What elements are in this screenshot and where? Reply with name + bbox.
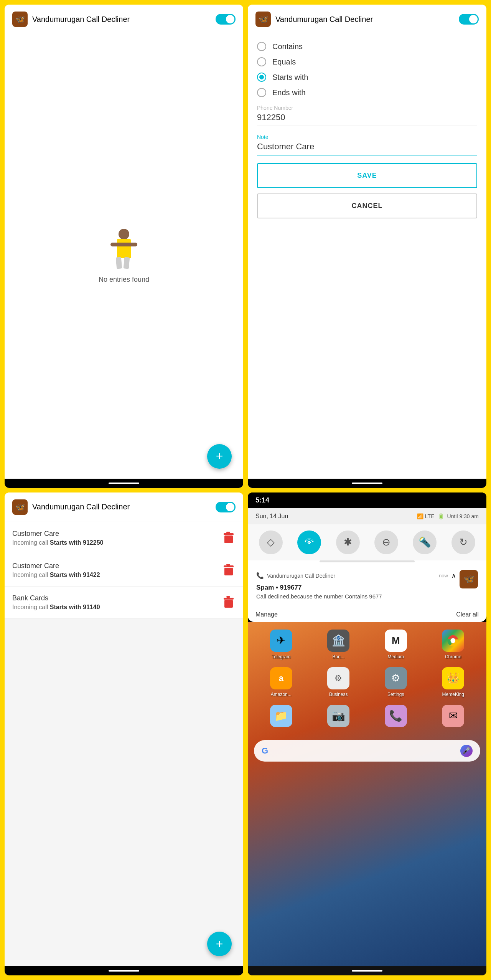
- until-text: Until 9:30 am: [447, 513, 479, 519]
- google-g-icon: G: [262, 746, 268, 756]
- qs-rotate[interactable]: ↻: [451, 530, 475, 554]
- lte-icon: 📶 LTE: [417, 513, 435, 519]
- note-label: Note: [257, 134, 477, 140]
- app-bank[interactable]: 🏦 Ban...: [311, 630, 366, 659]
- camera-icon: 📷: [327, 705, 349, 727]
- toggle-switch-2[interactable]: [459, 14, 479, 25]
- screen1-title: Vandumurugan Call Decliner: [32, 15, 216, 24]
- home-bar-4: [248, 966, 486, 975]
- screen3-header: 🦋 Vandumurugan Call Decliner: [5, 492, 243, 522]
- radio-circle-ends: [257, 88, 266, 97]
- homescreen: ✈ Telegram 🏦 Ban... M Medium Chrome a Am: [248, 622, 486, 967]
- qs-separator: [320, 560, 415, 562]
- save-button[interactable]: SAVE: [257, 163, 477, 188]
- notif-title: Spam • 919677: [256, 584, 460, 592]
- app-settings[interactable]: ⚙ Settings: [369, 667, 423, 697]
- delete-button-1[interactable]: [222, 563, 236, 577]
- memeking-label: MemeKing: [442, 692, 464, 697]
- notif-time: now: [439, 573, 448, 578]
- app-memeking[interactable]: 👑 MemeKing: [426, 667, 481, 697]
- svg-point-1: [451, 638, 455, 643]
- mail-icon: ✉: [442, 705, 464, 727]
- amazon-label: Amazon...: [271, 692, 292, 697]
- notif-manage-row: Manage Clear all: [248, 607, 486, 622]
- empty-figure: [105, 229, 143, 271]
- settings-label: Settings: [387, 692, 404, 697]
- home-bar-line-2: [352, 483, 382, 484]
- business-icon: ⚙: [327, 667, 349, 689]
- qs-wifi[interactable]: ◇: [259, 530, 283, 554]
- qs-dnd[interactable]: ⊖: [374, 530, 398, 554]
- screen2-header: 🦋 Vandumurugan Call Decliner: [248, 5, 486, 34]
- files-icon: 📁: [270, 705, 292, 727]
- manage-button[interactable]: Manage: [255, 611, 278, 618]
- cancel-button[interactable]: CANCEL: [257, 193, 477, 218]
- home-bar-2: [248, 479, 486, 488]
- phone-label: Phone Number: [257, 105, 477, 111]
- fab-add-button-1[interactable]: +: [207, 444, 232, 469]
- homescreen-apps-row3: 📁 📷 📞 ✉: [248, 705, 486, 737]
- notification-card: 📞 Vandumurugan Call Decliner now ∧ Spam …: [250, 565, 484, 605]
- toggle-switch-1[interactable]: [216, 14, 236, 25]
- phone-field-group: Phone Number 912250: [257, 105, 477, 126]
- app-mail[interactable]: ✉: [426, 705, 481, 729]
- qs-hotspot[interactable]: [297, 530, 321, 554]
- expand-notif-button[interactable]: ∧: [448, 570, 460, 582]
- notif-app-row: 📞 Vandumurugan Call Decliner now ∧: [256, 570, 460, 582]
- list-item-title-0: Customer Care: [12, 530, 222, 538]
- clear-all-button[interactable]: Clear all: [456, 611, 479, 618]
- phone-icon: 📞: [385, 705, 407, 727]
- radio-ends-with[interactable]: Ends with: [257, 88, 477, 97]
- screen3-list: 🦋 Vandumurugan Call Decliner Customer Ca…: [5, 492, 243, 976]
- radio-starts-with[interactable]: Starts with: [257, 73, 477, 82]
- voice-search-icon[interactable]: 🎤: [460, 745, 473, 757]
- quick-settings-panel: ◇ ✱ ⊖ 🔦 ↻: [248, 524, 486, 560]
- screen1-header: 🦋 Vandumurugan Call Decliner: [5, 5, 243, 34]
- phone-value[interactable]: 912250: [257, 112, 477, 126]
- app-phone[interactable]: 📞: [369, 705, 423, 729]
- app-telegram[interactable]: ✈ Telegram: [254, 630, 308, 659]
- radio-label-ends: Ends with: [272, 88, 306, 97]
- app-chrome[interactable]: Chrome: [426, 630, 481, 659]
- radio-circle-equals: [257, 57, 266, 66]
- app-icon-3: 🦋: [12, 499, 28, 515]
- radio-label-starts: Starts with: [272, 73, 308, 82]
- telegram-label: Telegram: [272, 654, 290, 659]
- delete-button-0[interactable]: [222, 531, 236, 545]
- radio-label-contains: Contains: [272, 42, 303, 51]
- screen1-empty: 🦋 Vandumurugan Call Decliner No entries …: [5, 5, 243, 488]
- status-bar: 5:14: [248, 492, 486, 508]
- empty-text: No entries found: [99, 276, 149, 284]
- telegram-icon: ✈: [270, 630, 292, 652]
- trash-icon-0: [224, 532, 233, 543]
- list-content: Customer Care Incoming call Starts with …: [5, 522, 243, 967]
- qs-bluetooth[interactable]: ✱: [336, 530, 360, 554]
- notif-date-row: Sun, 14 Jun 📶 LTE 🔋 Until 9:30 am: [248, 508, 486, 524]
- notification-panel: Sun, 14 Jun 📶 LTE 🔋 Until 9:30 am ◇ ✱ ⊖ …: [248, 508, 486, 622]
- list-item-text-2: Bank Cards Incoming call Starts with 911…: [12, 594, 222, 611]
- memeking-icon: 👑: [442, 667, 464, 689]
- trash-icon-2: [224, 597, 233, 608]
- toggle-switch-3[interactable]: [216, 502, 236, 512]
- screen2-title: Vandumurugan Call Decliner: [275, 15, 459, 24]
- radio-equals[interactable]: Equals: [257, 57, 477, 66]
- qs-flashlight[interactable]: 🔦: [413, 530, 437, 554]
- note-value[interactable]: Customer Care: [257, 142, 477, 155]
- fab-add-button-3[interactable]: +: [207, 932, 232, 956]
- app-camera[interactable]: 📷: [311, 705, 366, 729]
- radio-label-equals: Equals: [272, 58, 296, 66]
- home-bar-1: [5, 479, 243, 488]
- app-icon-2: 🦋: [255, 12, 271, 27]
- list-item-subtitle-1: Incoming call Starts with 91422: [12, 572, 222, 578]
- amazon-icon: a: [270, 667, 292, 689]
- screen3-title: Vandumurugan Call Decliner: [32, 502, 216, 511]
- radio-contains[interactable]: Contains: [257, 42, 477, 51]
- trash-icon-1: [224, 565, 233, 575]
- app-files[interactable]: 📁: [254, 705, 308, 729]
- search-bar[interactable]: G 🎤: [254, 740, 480, 762]
- app-business[interactable]: ⚙ Business: [311, 667, 366, 697]
- delete-button-2[interactable]: [222, 595, 236, 609]
- list-item-subtitle-0: Incoming call Starts with 912250: [12, 539, 222, 546]
- app-medium[interactable]: M Medium: [369, 630, 423, 659]
- app-amazon[interactable]: a Amazon...: [254, 667, 308, 697]
